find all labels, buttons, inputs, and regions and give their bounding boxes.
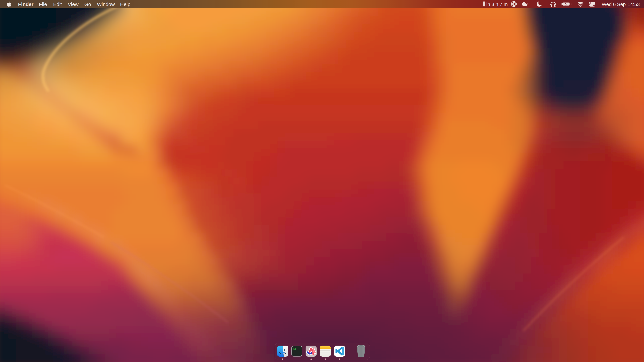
svg-text:$: $ — [293, 348, 295, 351]
